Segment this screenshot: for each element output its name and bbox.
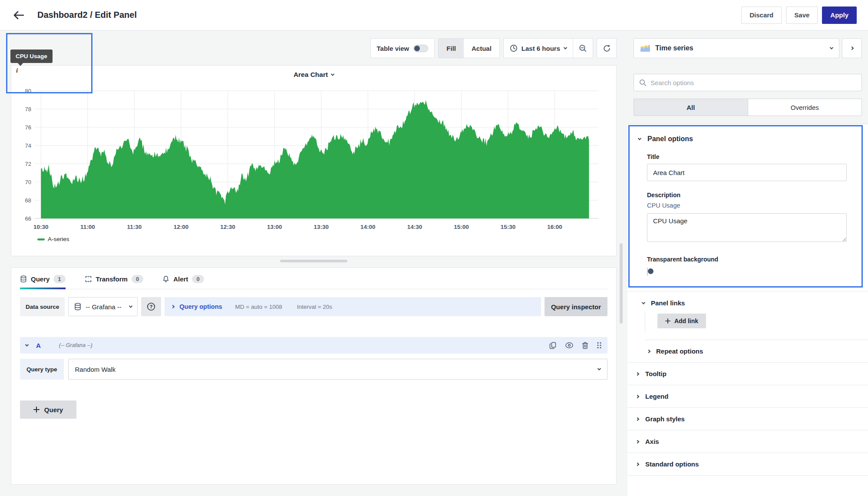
legend-section[interactable]: Legend bbox=[627, 385, 868, 407]
save-button[interactable]: Save bbox=[786, 7, 818, 24]
svg-text:68: 68 bbox=[25, 197, 31, 204]
panel-options-header[interactable]: Panel options bbox=[630, 126, 861, 143]
chevron-down-icon bbox=[638, 136, 641, 140]
svg-text:66: 66 bbox=[25, 215, 31, 222]
chevron-right-icon bbox=[636, 462, 639, 466]
tooltip-section[interactable]: Tooltip bbox=[627, 362, 868, 385]
chevron-right-icon bbox=[850, 46, 854, 50]
fill-actual-segmented: Fill Actual bbox=[438, 38, 500, 58]
plus-icon bbox=[665, 318, 670, 324]
graph-styles-section-label: Graph styles bbox=[645, 415, 685, 423]
refresh-button[interactable] bbox=[597, 38, 617, 58]
duplicate-icon[interactable] bbox=[549, 342, 557, 349]
query-type-label: Query type bbox=[20, 359, 64, 380]
tab-all[interactable]: All bbox=[634, 99, 748, 116]
info-icon[interactable]: i bbox=[16, 67, 18, 74]
add-query-label: Query bbox=[44, 406, 63, 413]
datasource-label: Data source bbox=[20, 297, 65, 316]
panel-title-menu[interactable]: Area Chart bbox=[11, 66, 616, 79]
query-row-datasource: (-- Grafana --) bbox=[59, 342, 92, 348]
panel-resize-handle[interactable] bbox=[280, 260, 347, 262]
visualization-row: Time series bbox=[627, 38, 868, 58]
main-column: Table view Fill Actual Last 6 hours bbox=[0, 30, 627, 496]
search-icon bbox=[639, 79, 647, 86]
chevron-down-icon bbox=[830, 46, 833, 49]
arrow-left-icon bbox=[13, 11, 24, 20]
time-range-picker[interactable]: Last 6 hours bbox=[504, 39, 573, 58]
chevron-down-icon bbox=[597, 367, 601, 370]
toggle-viz-picker-button[interactable] bbox=[842, 38, 862, 58]
svg-text:16:00: 16:00 bbox=[547, 224, 562, 230]
chevron-right-icon bbox=[636, 372, 639, 375]
add-link-label: Add link bbox=[674, 317, 698, 324]
title-field-label: Title bbox=[647, 153, 861, 160]
axis-section-label: Axis bbox=[645, 438, 659, 445]
tab-query[interactable]: Query 1 bbox=[20, 275, 66, 289]
svg-text:15:00: 15:00 bbox=[454, 224, 469, 230]
query-row-header[interactable]: A (-- Grafana --) bbox=[20, 337, 607, 354]
query-inspector-button[interactable]: Query inspector bbox=[545, 297, 607, 316]
svg-text:10:30: 10:30 bbox=[33, 224, 49, 230]
transform-icon bbox=[85, 275, 92, 283]
axis-section[interactable]: Axis bbox=[627, 430, 868, 453]
query-tabs: Query 1 Transform 0 Alert 0 bbox=[20, 268, 607, 289]
interval-value: Interval = 20s bbox=[297, 304, 332, 310]
tab-alert-count: 0 bbox=[192, 275, 204, 283]
tab-alert-label: Alert bbox=[173, 275, 188, 283]
datasource-row: Data source -- Grafana -- ? Q bbox=[20, 297, 607, 316]
svg-text:13:00: 13:00 bbox=[267, 224, 282, 230]
fill-option[interactable]: Fill bbox=[439, 39, 464, 58]
repeat-options-section[interactable]: Repeat options bbox=[645, 340, 868, 362]
zoom-out-icon bbox=[579, 44, 587, 53]
panel-description-textarea[interactable]: CPU Usage bbox=[647, 213, 847, 242]
panel-title: Area Chart bbox=[294, 71, 328, 79]
svg-text:A-series: A-series bbox=[48, 236, 69, 242]
time-range-group: Last 6 hours bbox=[503, 38, 593, 58]
panel-links-header[interactable]: Panel links bbox=[627, 291, 868, 307]
graph-styles-section[interactable]: Graph styles bbox=[627, 407, 868, 430]
query-type-select[interactable]: Random Walk bbox=[68, 359, 607, 380]
page-title: Dashboard2 / Edit Panel bbox=[37, 10, 137, 20]
discard-button[interactable]: Discard bbox=[741, 7, 782, 24]
query-options-bar[interactable]: Query options MD = auto = 1008 Interval … bbox=[165, 297, 541, 316]
chart-panel: i Area Chart 666870727476788010:3011:001… bbox=[11, 65, 617, 256]
add-link-button[interactable]: Add link bbox=[657, 314, 706, 328]
panel-links-body: Add link bbox=[645, 312, 868, 333]
question-circle-icon: ? bbox=[146, 302, 156, 311]
table-view-control: Table view bbox=[370, 38, 435, 58]
topbar: Dashboard2 / Edit Panel Discard Save App… bbox=[0, 0, 868, 30]
workspace: Table view Fill Actual Last 6 hours bbox=[0, 30, 868, 496]
drag-handle-icon[interactable] bbox=[597, 342, 602, 349]
svg-text:15:30: 15:30 bbox=[501, 224, 516, 230]
svg-text:14:30: 14:30 bbox=[407, 224, 422, 230]
tab-transform[interactable]: Transform 0 bbox=[85, 275, 144, 289]
tab-overrides[interactable]: Overrides bbox=[748, 99, 862, 116]
panel-title-input[interactable] bbox=[647, 164, 847, 181]
transparent-background-toggle[interactable] bbox=[647, 268, 648, 276]
options-filter-tabs: All Overrides bbox=[634, 99, 862, 116]
eye-icon[interactable] bbox=[565, 342, 574, 349]
zoom-out-button[interactable] bbox=[573, 39, 593, 58]
vertical-scrollbar[interactable] bbox=[620, 243, 623, 324]
svg-text:80: 80 bbox=[25, 88, 31, 94]
svg-text:78: 78 bbox=[25, 106, 31, 112]
area-chart: 666870727476788010:3011:0011:3012:0012:3… bbox=[17, 85, 613, 249]
actual-option[interactable]: Actual bbox=[464, 39, 499, 58]
search-options-input[interactable] bbox=[650, 79, 856, 86]
trash-icon[interactable] bbox=[582, 342, 588, 349]
tab-transform-label: Transform bbox=[96, 275, 128, 283]
back-button[interactable] bbox=[11, 8, 26, 23]
standard-options-section[interactable]: Standard options bbox=[627, 453, 868, 475]
visualization-picker[interactable]: Time series bbox=[634, 38, 839, 58]
chevron-down-icon bbox=[25, 343, 29, 346]
apply-button[interactable]: Apply bbox=[822, 7, 857, 24]
add-query-button[interactable]: Query bbox=[20, 400, 76, 419]
table-view-toggle[interactable] bbox=[413, 45, 428, 52]
tab-alert[interactable]: Alert 0 bbox=[162, 275, 204, 289]
query-options-label: Query options bbox=[179, 303, 222, 310]
datasource-select[interactable]: -- Grafana -- bbox=[68, 297, 138, 316]
description-preview: CPU Usage bbox=[647, 202, 861, 209]
chevron-down-icon bbox=[642, 301, 645, 304]
datasource-help-button[interactable]: ? bbox=[141, 297, 161, 316]
query-ref-id: A bbox=[36, 342, 41, 349]
